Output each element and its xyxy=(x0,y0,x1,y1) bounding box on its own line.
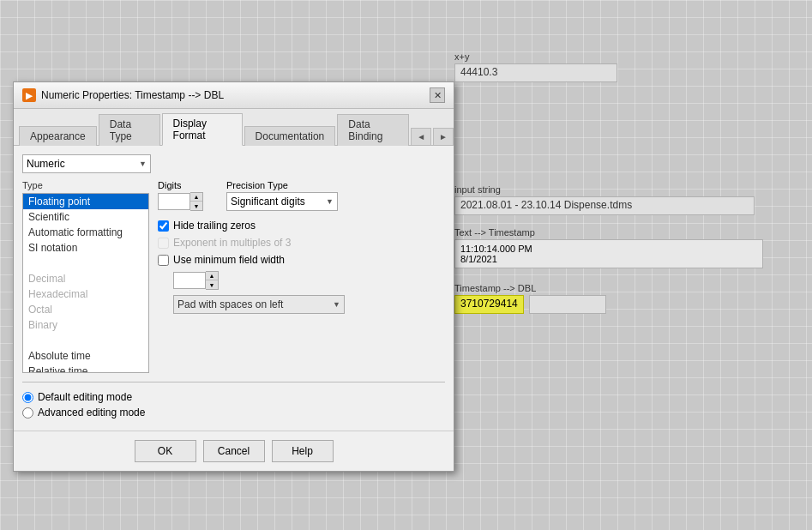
min-width-spin-btns: ▲ ▼ xyxy=(206,271,219,290)
format-dropdown-value: Numeric xyxy=(27,158,65,170)
default-editing-row: Default editing mode xyxy=(22,391,445,403)
dialog-app-icon: ▶ xyxy=(22,88,36,102)
hide-trailing-checkbox[interactable] xyxy=(158,220,169,232)
tab-appearance[interactable]: Appearance xyxy=(19,126,97,146)
type-label: Type xyxy=(22,180,149,190)
type-listbox[interactable]: Floating point Scientific Automatic form… xyxy=(22,193,149,373)
digits-input[interactable]: 10 xyxy=(158,193,190,210)
precision-dropdown[interactable]: Significant digits ▼ xyxy=(226,192,338,211)
min-width-input[interactable]: 0 xyxy=(173,272,206,289)
tab-arrow-right[interactable]: ► xyxy=(433,128,454,145)
exponent-label: Exponent in multiples of 3 xyxy=(173,237,291,249)
type-item-scientific[interactable]: Scientific xyxy=(23,209,148,225)
type-item-abstime[interactable]: Absolute time xyxy=(23,348,148,364)
bg-ts-dbl-section: Timestamp --> DBL 3710729414 xyxy=(454,283,763,314)
digits-label: Digits xyxy=(158,180,209,190)
default-editing-label: Default editing mode xyxy=(38,391,132,403)
type-item-si[interactable]: SI notation xyxy=(23,240,148,256)
min-width-checkbox[interactable] xyxy=(158,255,169,266)
advanced-editing-radio[interactable] xyxy=(22,407,33,419)
min-width-row: Use minimum field width xyxy=(158,254,445,266)
bg-text-ts-box: 11:10:14.000 PM 8/1/2021 xyxy=(454,239,763,268)
type-item-decimal: Decimal xyxy=(23,271,148,286)
min-width-spin-up[interactable]: ▲ xyxy=(206,272,218,280)
bg-xy-value: 44410.3 xyxy=(454,63,617,82)
precision-group: Precision Type Significant digits ▼ xyxy=(226,180,338,211)
hide-trailing-row: Hide trailing zeros xyxy=(158,220,445,232)
bg-xy-label: x+y xyxy=(454,51,626,62)
tabs-bar: Appearance Data Type Display Format Docu… xyxy=(14,109,454,146)
bg-text-ts-section: Text --> Timestamp 11:10:14.000 PM 8/1/2… xyxy=(454,227,763,268)
numeric-properties-dialog: ▶ Numeric Properties: Timestamp --> DBL … xyxy=(13,81,454,472)
precision-label: Precision Type xyxy=(226,180,338,190)
close-button[interactable]: ✕ xyxy=(430,87,445,103)
digits-spin-down[interactable]: ▼ xyxy=(190,202,202,210)
ok-button[interactable]: OK xyxy=(135,440,196,462)
dialog-title-text: Numeric Properties: Timestamp --> DBL xyxy=(41,89,224,101)
min-width-label: Use minimum field width xyxy=(173,254,285,266)
type-list-col: Type Floating point Scientific Automatic… xyxy=(22,180,149,373)
spinner-buttons: ▲ ▼ xyxy=(190,192,203,211)
bg-xy-section: x+y 44410.3 xyxy=(454,51,626,82)
help-button[interactable]: Help xyxy=(272,440,334,462)
pad-spaces-label: Pad with spaces on left xyxy=(177,298,283,310)
two-column-layout: Type Floating point Scientific Automatic… xyxy=(22,180,445,373)
digits-group: Digits 10 ▲ ▼ xyxy=(158,180,209,211)
tab-display-format[interactable]: Display Format xyxy=(162,113,243,146)
min-width-spin-down[interactable]: ▼ xyxy=(206,280,218,289)
advanced-editing-label: Advanced editing mode xyxy=(38,407,145,419)
bg-input-label: input string xyxy=(454,184,763,195)
tab-data-type[interactable]: Data Type xyxy=(99,114,160,146)
options-col: Digits 10 ▲ ▼ Precision Type Signific xyxy=(158,180,445,373)
divider xyxy=(22,382,445,382)
tab-documentation[interactable]: Documentation xyxy=(244,126,336,146)
exponent-row: Exponent in multiples of 3 xyxy=(158,237,445,249)
bg-text-ts-line1: 11:10:14.000 PM xyxy=(460,244,757,254)
pad-spaces-row: Pad with spaces on left ▼ xyxy=(173,295,445,314)
tab-arrow-left[interactable]: ◄ xyxy=(411,128,431,145)
bg-text-ts-line2: 8/1/2021 xyxy=(460,254,757,264)
exponent-checkbox xyxy=(158,238,169,249)
dialog-titlebar: ▶ Numeric Properties: Timestamp --> DBL … xyxy=(14,82,454,109)
type-item-octal: Octal xyxy=(23,302,148,317)
pad-spaces-dropdown[interactable]: Pad with spaces on left ▼ xyxy=(173,295,345,314)
min-width-spinner[interactable]: 0 ▲ ▼ xyxy=(173,271,225,290)
bg-text-ts-label: Text --> Timestamp xyxy=(454,227,763,238)
precision-arrow: ▼ xyxy=(326,197,334,206)
type-item-hex: Hexadecimal xyxy=(23,286,148,302)
tab-data-binding[interactable]: Data Binding xyxy=(337,114,409,146)
min-width-value-row: 0 ▲ ▼ xyxy=(173,271,445,290)
digits-precision-row: Digits 10 ▲ ▼ Precision Type Signific xyxy=(158,180,445,211)
type-item-sep1 xyxy=(23,256,148,271)
type-item-floating[interactable]: Floating point xyxy=(23,194,148,209)
dialog-footer: OK Cancel Help xyxy=(14,431,454,471)
bg-ts-dbl-label: Timestamp --> DBL xyxy=(454,283,763,293)
bg-input-value: 2021.08.01 - 23.10.14 Dispense.tdms xyxy=(454,196,755,215)
bg-ts-dbl-extra xyxy=(529,295,606,314)
bg-input-section: input string 2021.08.01 - 23.10.14 Dispe… xyxy=(454,184,763,215)
default-editing-radio[interactable] xyxy=(22,392,33,403)
dialog-title-left: ▶ Numeric Properties: Timestamp --> DBL xyxy=(22,88,224,102)
digits-spin-up[interactable]: ▲ xyxy=(190,193,202,202)
type-item-binary: Binary xyxy=(23,317,148,333)
format-dropdown-arrow: ▼ xyxy=(139,160,147,168)
format-dropdown[interactable]: Numeric ▼ xyxy=(22,154,151,173)
bg-ts-dbl-value: 3710729414 xyxy=(454,295,524,314)
pad-spaces-arrow: ▼ xyxy=(333,300,340,309)
advanced-editing-row: Advanced editing mode xyxy=(22,407,445,419)
cancel-button[interactable]: Cancel xyxy=(203,440,265,462)
hide-trailing-label: Hide trailing zeros xyxy=(173,220,256,232)
type-item-sep2 xyxy=(23,333,148,348)
type-item-auto[interactable]: Automatic formatting xyxy=(23,225,148,240)
precision-value: Significant digits xyxy=(231,196,305,208)
dialog-body: Numeric ▼ Type Floating point Scientific… xyxy=(14,146,454,431)
digits-spinner[interactable]: 10 ▲ ▼ xyxy=(158,192,209,211)
type-item-reltime[interactable]: Relative time xyxy=(23,364,148,373)
